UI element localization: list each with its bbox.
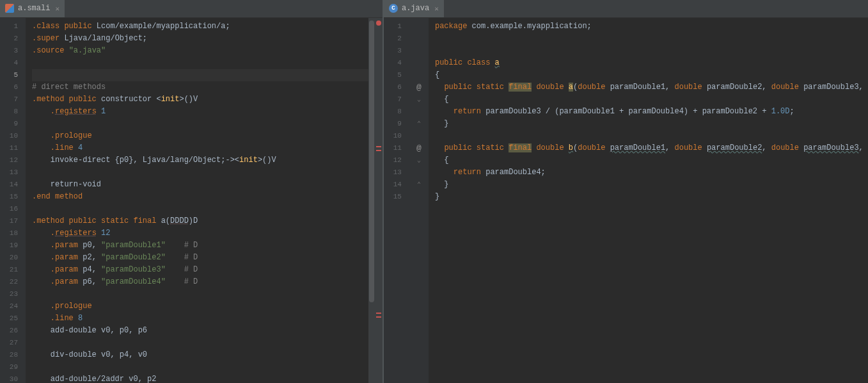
line-number: 2 bbox=[0, 33, 26, 45]
line-number: 30 bbox=[0, 373, 26, 383]
code-line[interactable]: .class public Lcom/example/myapplication… bbox=[32, 20, 383, 33]
line-number: 23 bbox=[0, 288, 26, 300]
line-number: 4 bbox=[384, 57, 409, 69]
code-line[interactable]: .param p6, "paramDouble4" # D bbox=[32, 276, 383, 288]
line-number: 11 bbox=[0, 142, 26, 154]
code-line[interactable]: } bbox=[435, 191, 868, 203]
code-line[interactable]: public static final double a(double para… bbox=[435, 81, 868, 94]
line-number: 26 bbox=[0, 325, 26, 337]
left-code-area[interactable]: .class public Lcom/example/myapplication… bbox=[26, 18, 383, 383]
left-editor[interactable]: 1234567891011121314151617181920212223242… bbox=[0, 18, 383, 383]
fold-gutter-icon[interactable]: ⌃ bbox=[409, 118, 429, 130]
code-line[interactable]: return-void bbox=[32, 179, 383, 191]
code-line[interactable]: return paramDouble4; bbox=[435, 167, 868, 179]
code-line[interactable]: } bbox=[435, 179, 868, 191]
code-line[interactable] bbox=[32, 69, 383, 81]
error-mark[interactable] bbox=[376, 150, 381, 151]
fold-gutter-icon[interactable]: ⌄ bbox=[409, 154, 429, 167]
code-line[interactable]: .param p0, "paramDouble1" # D bbox=[32, 240, 383, 252]
tab-label: a.smali bbox=[18, 4, 50, 13]
code-line[interactable]: div-double v0, p4, v0 bbox=[32, 349, 383, 361]
code-line[interactable]: .method public constructor <init>()V bbox=[32, 94, 383, 106]
code-line[interactable]: .param p4, "paramDouble3" # D bbox=[32, 264, 383, 276]
line-number: 9 bbox=[384, 118, 409, 130]
code-line[interactable] bbox=[32, 288, 383, 300]
code-line[interactable]: invoke-direct {p0}, Ljava/lang/Object;->… bbox=[32, 154, 383, 167]
line-number: 11 bbox=[384, 142, 409, 154]
code-line[interactable]: { bbox=[435, 154, 868, 167]
code-line[interactable]: .method public static final a(DDDD)D bbox=[32, 215, 383, 227]
code-line[interactable]: .registers 12 bbox=[32, 227, 383, 240]
code-line[interactable] bbox=[32, 167, 383, 179]
fold-gutter-icon bbox=[409, 33, 429, 45]
line-number: 13 bbox=[384, 167, 409, 179]
error-mark[interactable] bbox=[376, 313, 381, 314]
line-number: 1 bbox=[384, 20, 409, 33]
scrollbar-thumb[interactable] bbox=[369, 20, 374, 302]
line-number: 14 bbox=[0, 179, 26, 191]
tab-java[interactable]: C a.java ✕ bbox=[384, 0, 444, 17]
code-line[interactable] bbox=[32, 203, 383, 215]
code-line[interactable]: .end method bbox=[32, 191, 383, 203]
line-number: 6 bbox=[384, 81, 409, 94]
line-number: 17 bbox=[0, 215, 26, 227]
right-fold-gutter[interactable]: @⌄⌃@⌄⌃ bbox=[409, 18, 429, 383]
code-line[interactable]: add-double/2addr v0, p2 bbox=[32, 373, 383, 383]
code-line[interactable] bbox=[32, 361, 383, 373]
line-number: 5 bbox=[384, 69, 409, 81]
fold-gutter-icon[interactable]: ⌄ bbox=[409, 94, 429, 106]
code-line[interactable]: .prologue bbox=[32, 300, 383, 313]
close-icon[interactable]: ✕ bbox=[55, 4, 59, 13]
line-number: 29 bbox=[0, 361, 26, 373]
line-number: 12 bbox=[0, 154, 26, 167]
right-code-area[interactable]: package com.example.myapplication;public… bbox=[429, 18, 868, 383]
override-gutter-icon[interactable]: @ bbox=[409, 81, 429, 94]
code-line[interactable]: add-double v0, p0, p6 bbox=[32, 325, 383, 337]
code-line[interactable] bbox=[435, 130, 868, 142]
line-number: 15 bbox=[384, 191, 409, 203]
close-icon[interactable]: ✕ bbox=[434, 4, 439, 13]
code-line[interactable]: .registers 1 bbox=[32, 106, 383, 118]
code-line[interactable]: # direct methods bbox=[32, 81, 383, 94]
code-line[interactable]: .source "a.java" bbox=[32, 45, 383, 57]
code-line[interactable] bbox=[32, 337, 383, 349]
code-line[interactable]: package com.example.myapplication; bbox=[435, 20, 868, 33]
line-number: 7 bbox=[0, 94, 26, 106]
line-number: 10 bbox=[384, 130, 409, 142]
code-line[interactable]: public static final double b(double para… bbox=[435, 142, 868, 154]
code-line[interactable]: .line 4 bbox=[32, 142, 383, 154]
code-line[interactable]: .prologue bbox=[32, 130, 383, 142]
left-error-stripe[interactable] bbox=[375, 18, 383, 383]
code-line[interactable]: return paramDouble3 / (paramDouble1 + pa… bbox=[435, 106, 868, 118]
line-number: 2 bbox=[384, 33, 409, 45]
right-editor[interactable]: 123456789101112131415 @⌄⌃@⌄⌃ package com… bbox=[384, 18, 868, 383]
code-line[interactable]: .super Ljava/lang/Object; bbox=[32, 33, 383, 45]
tab-smali[interactable]: a.smali ✕ bbox=[0, 0, 65, 17]
code-line[interactable]: public class a bbox=[435, 57, 868, 69]
code-line[interactable]: .param p2, "paramDouble2" # D bbox=[32, 252, 383, 264]
code-line[interactable]: { bbox=[435, 94, 868, 106]
error-mark[interactable] bbox=[376, 146, 381, 147]
error-indicator-icon[interactable] bbox=[376, 20, 381, 26]
code-line[interactable]: .line 8 bbox=[32, 313, 383, 325]
line-number: 3 bbox=[384, 45, 409, 57]
left-tabbar: a.smali ✕ bbox=[0, 0, 383, 18]
code-line[interactable] bbox=[435, 33, 868, 45]
code-line[interactable] bbox=[435, 45, 868, 57]
error-mark[interactable] bbox=[376, 316, 381, 318]
code-line[interactable]: { bbox=[435, 69, 868, 81]
left-pane: a.smali ✕ 123456789101112131415161718192… bbox=[0, 0, 384, 383]
line-number: 16 bbox=[0, 203, 26, 215]
left-scrollbar[interactable] bbox=[368, 18, 375, 383]
code-line[interactable] bbox=[32, 118, 383, 130]
line-number: 1 bbox=[0, 20, 26, 33]
code-line[interactable] bbox=[32, 57, 383, 69]
line-number: 6 bbox=[0, 81, 26, 94]
line-number: 9 bbox=[0, 118, 26, 130]
line-number: 28 bbox=[0, 349, 26, 361]
code-line[interactable]: } bbox=[435, 118, 868, 130]
fold-gutter-icon[interactable]: ⌃ bbox=[409, 179, 429, 191]
override-gutter-icon[interactable]: @ bbox=[409, 142, 429, 154]
right-pane: C a.java ✕ 123456789101112131415 @⌄⌃@⌄⌃ … bbox=[384, 0, 868, 383]
app-root: a.smali ✕ 123456789101112131415161718192… bbox=[0, 0, 868, 383]
